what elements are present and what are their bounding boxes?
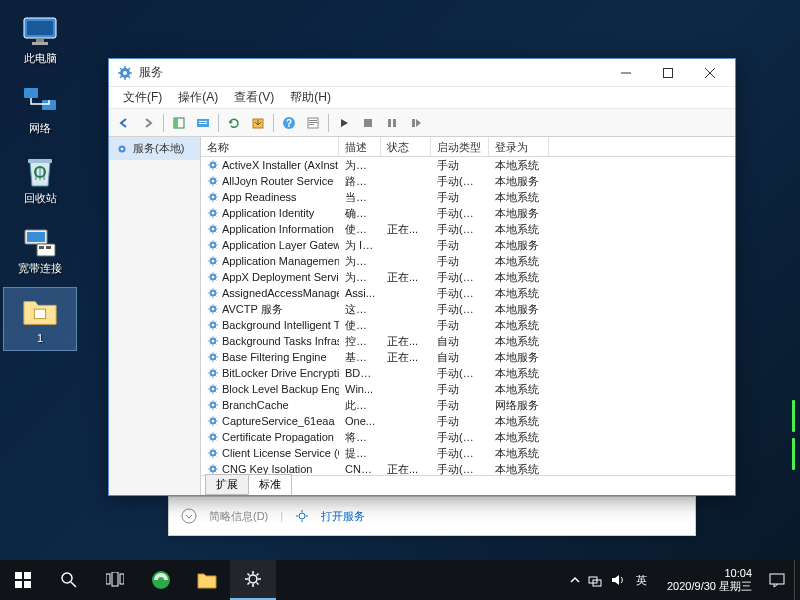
svg-rect-33	[309, 124, 314, 125]
action-center-button[interactable]	[760, 560, 794, 600]
stop-service-button[interactable]	[357, 112, 379, 134]
service-logon-cell: 本地服务	[489, 206, 549, 221]
service-row[interactable]: Certificate Propagation将用...手动(触发...本地系统	[201, 429, 735, 445]
search-button[interactable]	[46, 560, 92, 600]
column-logon-as[interactable]: 登录为	[489, 137, 549, 156]
service-name-cell: Block Level Backup Engi...	[201, 383, 339, 395]
service-row[interactable]: Application Layer Gatew...为 In...手动本地服务	[201, 237, 735, 253]
menu-view[interactable]: 查看(V)	[226, 87, 282, 108]
sidebar-label: 服务(本地)	[133, 141, 184, 156]
taskbar-app-explorer[interactable]	[184, 560, 230, 600]
service-row[interactable]: Client License Service (Cli...提供...手动(触发…	[201, 445, 735, 461]
service-row[interactable]: AVCTP 服务这是...手动(触发...本地服务	[201, 301, 735, 317]
menu-file[interactable]: 文件(F)	[115, 87, 170, 108]
service-row[interactable]: Application Information使用...正在...手动(触发..…	[201, 221, 735, 237]
service-logon-cell: 本地系统	[489, 190, 549, 205]
service-name-cell: Certificate Propagation	[201, 431, 339, 443]
view-button[interactable]	[192, 112, 214, 134]
svg-point-61	[212, 324, 215, 327]
service-status-cell: 正在...	[381, 270, 431, 285]
service-name-cell: AllJoyn Router Service	[201, 175, 339, 187]
menu-action[interactable]: 操作(A)	[170, 87, 226, 108]
service-list[interactable]: ActiveX Installer (AxInstSV)为从...手动本地系统A…	[201, 157, 735, 475]
task-view-button[interactable]	[92, 560, 138, 600]
chevron-up-icon[interactable]	[570, 575, 580, 585]
service-desc-cell: 确定...	[339, 206, 381, 221]
minimize-button[interactable]	[605, 60, 647, 86]
service-row[interactable]: AssignedAccessManager...Assi...手动(触发...本…	[201, 285, 735, 301]
service-logon-cell: 本地服务	[489, 238, 549, 253]
menu-help[interactable]: 帮助(H)	[282, 87, 339, 108]
ime-indicator[interactable]: 英	[632, 573, 651, 588]
column-status[interactable]: 状态	[381, 137, 431, 156]
service-desc-cell: One...	[339, 415, 381, 427]
service-desc-cell: 当用...	[339, 190, 381, 205]
start-service-button[interactable]	[333, 112, 355, 134]
help-button[interactable]: ?	[278, 112, 300, 134]
service-start-cell: 手动(触发...	[431, 302, 489, 317]
service-row[interactable]: BranchCache此服...手动网络服务	[201, 397, 735, 413]
service-status-cell: 正在...	[381, 222, 431, 237]
service-row[interactable]: Background Tasks Infras...控制...正在...自动本地…	[201, 333, 735, 349]
maximize-button[interactable]	[647, 60, 689, 86]
service-row[interactable]: Block Level Backup Engi...Win...手动本地系统	[201, 381, 735, 397]
service-row[interactable]: AppX Deployment Servic...为部...正在...手动(触发…	[201, 269, 735, 285]
column-name[interactable]: 名称	[201, 137, 339, 156]
volume-icon[interactable]	[610, 573, 624, 587]
desktop-icon-dialup[interactable]: 宽带连接	[4, 218, 76, 280]
show-hide-button[interactable]	[168, 112, 190, 134]
taskbar-app-edge[interactable]	[138, 560, 184, 600]
properties-button[interactable]	[302, 112, 324, 134]
forward-button[interactable]	[137, 112, 159, 134]
pause-service-button[interactable]	[381, 112, 403, 134]
column-description[interactable]: 描述	[339, 137, 381, 156]
service-row[interactable]: App Readiness当用...手动本地系统	[201, 189, 735, 205]
service-desc-cell: Win...	[339, 383, 381, 395]
column-startup-type[interactable]: 启动类型	[431, 137, 489, 156]
titlebar[interactable]: 服务	[109, 59, 735, 87]
clock[interactable]: 10:04 2020/9/30 星期三	[659, 567, 760, 593]
service-logon-cell: 本地系统	[489, 462, 549, 476]
service-name-cell: Application Identity	[201, 207, 339, 219]
service-start-cell: 手动(触发...	[431, 366, 489, 381]
list-header: 名称 描述 状态 启动类型 登录为	[201, 137, 735, 157]
chevron-down-icon	[181, 508, 197, 524]
desktop-icon-folder-1[interactable]: 1	[4, 288, 76, 350]
svg-line-87	[71, 582, 76, 587]
svg-rect-82	[15, 572, 22, 579]
back-button[interactable]	[113, 112, 135, 134]
open-services-link[interactable]: 打开服务	[321, 509, 365, 524]
network-tray-icon[interactable]	[588, 573, 602, 587]
service-logon-cell: 本地服务	[489, 174, 549, 189]
restart-service-button[interactable]	[405, 112, 427, 134]
desktop-icon-this-pc[interactable]: 此电脑	[4, 8, 76, 70]
service-row[interactable]: Background Intelligent T...使用...手动本地系统	[201, 317, 735, 333]
service-row[interactable]: BitLocker Drive Encryptio...BDE...手动(触发.…	[201, 365, 735, 381]
service-desc-cell: Assi...	[339, 287, 381, 299]
svg-rect-12	[46, 246, 51, 249]
service-row[interactable]: Base Filtering Engine基本...正在...自动本地服务	[201, 349, 735, 365]
refresh-button[interactable]	[223, 112, 245, 134]
service-name-cell: Application Information	[201, 223, 339, 235]
service-row[interactable]: AllJoyn Router Service路由...手动(触发...本地服务	[201, 173, 735, 189]
system-tray[interactable]: 英	[562, 573, 659, 588]
service-row[interactable]: CaptureService_61eaaOne...手动本地系统	[201, 413, 735, 429]
service-row[interactable]: CNG Key IsolationCNG...正在...手动(触发...本地系统	[201, 461, 735, 475]
service-row[interactable]: ActiveX Installer (AxInstSV)为从...手动本地系统	[201, 157, 735, 173]
taskbar-app-settings[interactable]	[230, 560, 276, 600]
desktop-icon-network[interactable]: 网络	[4, 78, 76, 140]
service-desc-cell: 使用...	[339, 222, 381, 237]
tab-extended[interactable]: 扩展	[205, 474, 249, 495]
desktop-icon-label: 宽带连接	[18, 261, 62, 276]
service-row[interactable]: Application Identity确定...手动(触发...本地服务	[201, 205, 735, 221]
export-button[interactable]	[247, 112, 269, 134]
service-row[interactable]: Application Management为通...手动本地系统	[201, 253, 735, 269]
tab-standard[interactable]: 标准	[248, 474, 292, 495]
start-button[interactable]	[0, 560, 46, 600]
sidebar-item-services-local[interactable]: 服务(本地)	[109, 137, 200, 160]
desktop-icon-recycle-bin[interactable]: 回收站	[4, 148, 76, 210]
svg-rect-9	[27, 232, 45, 242]
close-button[interactable]	[689, 60, 731, 86]
dialup-icon	[22, 223, 58, 259]
show-desktop-button[interactable]	[794, 560, 800, 600]
